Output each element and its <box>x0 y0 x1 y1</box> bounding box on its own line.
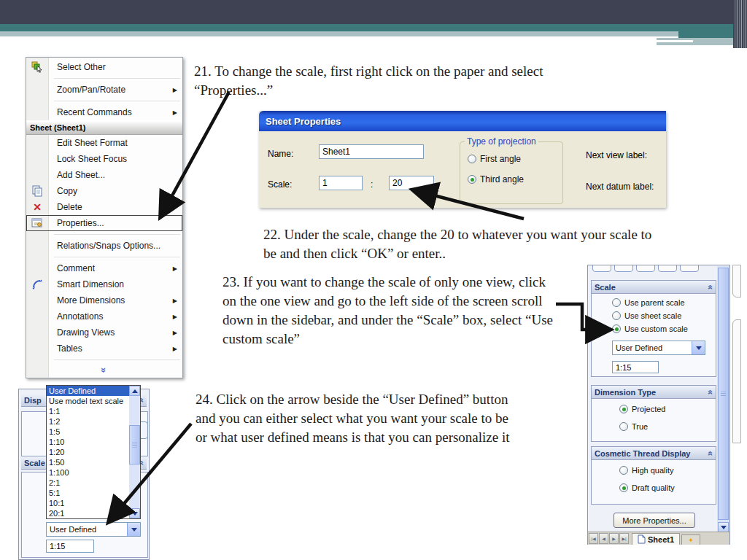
menu-item-smart-dimension[interactable]: Smart Dimension <box>26 276 182 292</box>
menu-item-tables[interactable]: Tables ▶ <box>26 341 182 357</box>
menu-item-more-dimensions[interactable]: More Dimensions ▶ <box>26 292 182 308</box>
more-properties-button[interactable]: More Properties... <box>614 513 695 528</box>
list-item[interactable]: Use model text scale <box>47 396 140 406</box>
list-item[interactable]: 1:100 <box>47 467 140 478</box>
list-item[interactable]: 2:1 <box>47 478 140 488</box>
dialog-title-bar[interactable]: Sheet Properties <box>259 111 666 131</box>
radio-use-custom-scale[interactable]: Use custom scale <box>612 324 688 333</box>
menu-label: Relations/Snaps Options... <box>57 241 160 251</box>
list-item[interactable]: 20:1 <box>47 508 140 518</box>
triangle-up-icon <box>132 389 138 393</box>
radio-high-quality[interactable]: High quality <box>619 466 673 475</box>
tab-first-button[interactable]: |◀ <box>589 533 598 544</box>
radio-selected-icon <box>468 175 476 184</box>
menu-item-edit-sheet-format[interactable]: Edit Sheet Format <box>26 135 182 151</box>
thumb-grip <box>721 392 726 397</box>
scroll-up-button[interactable] <box>129 386 140 396</box>
scale-numerator-input[interactable] <box>319 176 363 190</box>
menu-separator <box>26 231 182 238</box>
radio-first-angle[interactable]: First angle <box>468 154 521 164</box>
scroll-thumb[interactable] <box>129 425 140 464</box>
menu-separator <box>26 254 182 260</box>
radio-third-angle[interactable]: Third angle <box>468 174 524 184</box>
menu-item-copy[interactable]: Copy <box>26 183 182 199</box>
banner-teal-bar <box>0 24 747 31</box>
menu-item-add-sheet[interactable]: Add Sheet... <box>26 167 182 183</box>
radio-draft-quality[interactable]: Draft quality <box>619 483 675 492</box>
menu-separator <box>26 98 182 104</box>
sheet-name-input[interactable] <box>319 144 424 159</box>
menu-item-recent-commands[interactable]: Recent Commands ▶ <box>26 104 182 120</box>
list-item[interactable]: 10:1 <box>47 498 140 508</box>
combo-value: User Defined <box>47 525 127 534</box>
step-22-text: 22. Under the scale, change the 20 to wh… <box>263 225 653 263</box>
menu-expand-button[interactable]: » <box>26 363 182 376</box>
list-item[interactable]: 1:1 <box>47 406 140 416</box>
radio-icon <box>619 466 628 475</box>
cosmetic-thread-header[interactable]: Cosmetic Thread Display » <box>592 447 716 460</box>
custom-scale-input-left[interactable] <box>46 540 94 553</box>
list-item[interactable]: 1:10 <box>47 437 140 447</box>
submenu-arrow-icon: ▶ <box>173 265 177 272</box>
scale-denominator-input[interactable] <box>389 176 434 190</box>
menu-item-drawing-views[interactable]: Drawing Views ▶ <box>26 324 182 341</box>
submenu-arrow-icon: ▶ <box>173 109 177 116</box>
radio-label: Use sheet scale <box>624 311 681 320</box>
radio-true[interactable]: True <box>619 422 648 431</box>
combo-dropdown-button[interactable] <box>127 523 140 536</box>
list-item[interactable]: 5:1 <box>47 488 140 498</box>
menu-label: Zoom/Pan/Rotate <box>57 85 125 95</box>
menu-label: Edit Sheet Format <box>57 138 128 148</box>
menu-item-lock-sheet-focus[interactable]: Lock Sheet Focus <box>26 151 182 167</box>
smart-dimension-icon <box>31 278 44 291</box>
scale-section: Scale » Use parent scale Use sheet scale… <box>591 280 716 377</box>
radio-label: Use parent scale <box>624 298 685 307</box>
page-icon <box>638 534 646 544</box>
menu-item-properties[interactable]: Properties... <box>26 215 182 231</box>
tab-next-button[interactable]: ▶ <box>609 533 619 544</box>
radio-use-parent-scale[interactable]: Use parent scale <box>612 298 685 307</box>
scale-section-header[interactable]: Scale » <box>592 281 716 294</box>
list-item[interactable]: 1:50 <box>47 457 140 467</box>
section-title: Disp <box>24 396 42 405</box>
menu-item-comment[interactable]: Comment ▶ <box>26 260 182 276</box>
scale-combo-box-left[interactable]: User Defined <box>46 522 141 537</box>
context-menu: Select Other Zoom/Pan/Rotate ▶ Recent Co… <box>26 57 183 378</box>
menu-item-zoom-pan-rotate[interactable]: Zoom/Pan/Rotate ▶ <box>26 82 182 98</box>
list-item-selected[interactable]: User Defined <box>47 386 140 396</box>
scroll-down-button[interactable] <box>129 508 140 518</box>
menu-label: Delete <box>57 202 82 212</box>
scale-combo-box[interactable]: User Defined <box>612 341 705 355</box>
radio-icon <box>468 155 476 163</box>
radio-projected[interactable]: Projected <box>619 405 665 413</box>
list-item[interactable]: 1:2 <box>47 416 140 427</box>
dimension-type-header[interactable]: Dimension Type » <box>592 386 716 399</box>
panel-scrollbar[interactable] <box>717 266 729 534</box>
tab-sheet1[interactable]: Sheet1 <box>632 533 680 545</box>
radio-label: Projected <box>632 405 665 413</box>
banner-white-stripe <box>657 40 693 42</box>
panel-scroll-thumb[interactable] <box>718 268 729 520</box>
menu-item-relations-snaps-options[interactable]: Relations/Snaps Options... <box>26 238 182 254</box>
tab-add-sheet[interactable]: ✦ <box>681 534 700 545</box>
scale-dropdown-list: User Defined Use model text scale 1:1 1:… <box>46 385 141 519</box>
sheet-properties-dialog: Sheet Properties Name: Scale: : Type of … <box>259 111 666 208</box>
tab-prev-button[interactable]: ◀ <box>599 533 608 544</box>
menu-item-annotations[interactable]: Annotations ▶ <box>26 308 182 324</box>
menu-label: Drawing Views <box>57 327 115 338</box>
combo-dropdown-button[interactable] <box>692 341 705 354</box>
menu-separator <box>26 75 182 82</box>
menu-label: More Dimensions <box>57 295 125 306</box>
radio-use-sheet-scale[interactable]: Use sheet scale <box>612 311 681 320</box>
step-24-text: 24. Click on the arrow beside the “User … <box>196 390 514 447</box>
radio-icon <box>619 422 628 431</box>
tab-last-button[interactable]: ▶| <box>619 533 629 544</box>
list-scrollbar[interactable] <box>129 386 140 518</box>
custom-scale-input[interactable] <box>612 361 659 373</box>
list-item[interactable]: 1:20 <box>47 447 140 457</box>
list-item[interactable]: 1:5 <box>47 427 140 437</box>
copy-icon <box>31 184 44 198</box>
next-datum-label: Next datum label: <box>586 182 654 192</box>
menu-item-select-other[interactable]: Select Other <box>26 59 182 75</box>
menu-item-delete[interactable]: ✕ Delete <box>26 199 182 215</box>
